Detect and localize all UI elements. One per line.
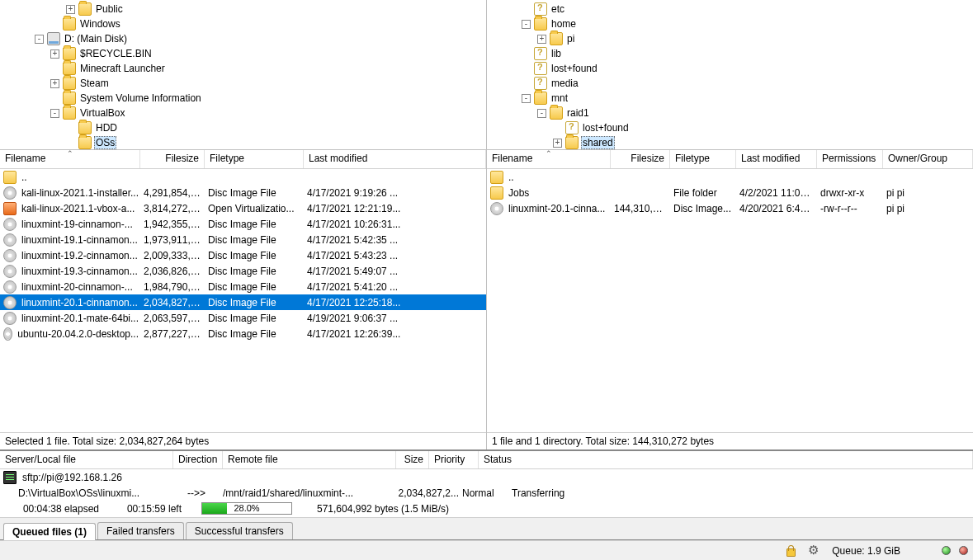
col-filetype[interactable]: Filetype bbox=[205, 150, 304, 168]
remote-directory-tree[interactable]: etc-home+piliblost+foundmedia-mnt-raid1l… bbox=[487, 0, 973, 149]
file-row[interactable]: linuxmint-19-cinnamon-...1,942,355,9...D… bbox=[0, 216, 486, 232]
file-row[interactable]: JobsFile folder4/2/2021 11:03:...drwxr-x… bbox=[487, 185, 973, 200]
tree-item[interactable]: -D: (Main Disk) bbox=[0, 31, 486, 46]
col-filename[interactable]: Filename bbox=[0, 150, 140, 168]
file-row[interactable]: linuxmint-20.1-cinnamon...2,034,827,2...… bbox=[0, 294, 486, 310]
qcol-size[interactable]: Size bbox=[396, 451, 429, 468]
tree-item[interactable]: Minecraft Launcher bbox=[0, 61, 486, 76]
tree-expander-icon[interactable]: - bbox=[522, 20, 531, 29]
tree-expander-icon[interactable]: - bbox=[35, 35, 44, 44]
col-filesize[interactable]: Filesize bbox=[140, 150, 205, 168]
queue-header[interactable]: Server/Local file Direction Remote file … bbox=[0, 451, 973, 469]
file-type: Disc Image File bbox=[208, 266, 307, 277]
tree-expander-icon[interactable]: - bbox=[522, 94, 531, 103]
tree-expander-icon[interactable]: + bbox=[50, 49, 59, 59]
file-size: 144,310,272 bbox=[614, 203, 673, 214]
tree-label: media bbox=[550, 77, 580, 90]
tree-item[interactable]: -VirtualBox bbox=[0, 106, 486, 120]
tree-item[interactable]: System Volume Information bbox=[0, 91, 486, 106]
folder-icon bbox=[63, 47, 76, 60]
tree-expander-icon[interactable]: + bbox=[66, 5, 75, 14]
file-row[interactable]: .. bbox=[0, 169, 486, 185]
tree-item[interactable]: -raid1 bbox=[487, 106, 973, 120]
col-permissions[interactable]: Permissions bbox=[817, 150, 883, 168]
queue-server-row[interactable]: sftp://pi@192.168.1.26 bbox=[0, 469, 973, 485]
queue-body[interactable]: sftp://pi@192.168.1.26 D:\VirtualBox\OSs… bbox=[0, 469, 973, 517]
file-row[interactable]: linuxmint-19.1-cinnamon...1,973,911,5...… bbox=[0, 232, 486, 247]
tree-item[interactable]: +shared bbox=[487, 135, 973, 149]
tree-item[interactable]: lib bbox=[487, 46, 973, 61]
local-list-header[interactable]: Filename Filesize Filetype Last modified bbox=[0, 150, 486, 169]
local-directory-tree[interactable]: +PublicWindows-D: (Main Disk)+$RECYCLE.B… bbox=[0, 0, 487, 149]
lock-icon[interactable] bbox=[784, 544, 797, 558]
file-size: 2,877,227,0... bbox=[144, 328, 208, 340]
file-name: linuxmint-20.1-cinnamon... bbox=[21, 297, 138, 308]
queue-item-row[interactable]: D:\VirtualBox\OSs\linuxmi... -->> /mnt/r… bbox=[0, 485, 973, 501]
queue-direction: -->> bbox=[173, 487, 223, 499]
tree-item[interactable]: +Public bbox=[0, 2, 486, 16]
qcol-localfile[interactable]: Server/Local file bbox=[0, 451, 173, 468]
file-type: Disc Image File bbox=[208, 219, 307, 230]
col-modified[interactable]: Last modified bbox=[304, 150, 486, 168]
tree-expander-icon[interactable]: - bbox=[50, 109, 59, 118]
file-size: 4,291,854,3... bbox=[144, 187, 208, 199]
tree-item[interactable]: media bbox=[487, 76, 973, 91]
folder-icon bbox=[550, 106, 563, 120]
col-filename[interactable]: Filename bbox=[487, 150, 611, 168]
tree-item[interactable]: Windows bbox=[0, 16, 486, 31]
tree-label: Minecraft Launcher bbox=[78, 62, 167, 75]
tab-successful-transfers[interactable]: Successful transfers bbox=[186, 522, 293, 539]
tree-expander-icon[interactable]: - bbox=[537, 109, 546, 118]
queue-size: 2,034,827,2... bbox=[396, 487, 462, 499]
file-row[interactable]: linuxmint-20.1-cinna...144,310,272Disc I… bbox=[487, 200, 973, 216]
gear-icon[interactable] bbox=[808, 544, 821, 558]
tree-item[interactable]: OSs bbox=[0, 135, 486, 149]
disc-image-icon bbox=[3, 233, 17, 247]
local-list-body[interactable]: ..kali-linux-2021.1-installer...4,291,85… bbox=[0, 169, 486, 432]
tree-label: OSs bbox=[94, 136, 116, 149]
tree-item[interactable]: -mnt bbox=[487, 91, 973, 106]
file-row[interactable]: kali-linux-2021.1-vbox-a...3,814,272,0..… bbox=[0, 200, 486, 216]
tree-item[interactable]: +$RECYCLE.BIN bbox=[0, 46, 486, 61]
unknown-icon bbox=[534, 2, 547, 16]
tree-expander-icon[interactable]: + bbox=[50, 79, 59, 88]
qcol-remotefile[interactable]: Remote file bbox=[223, 451, 396, 468]
file-row[interactable]: linuxmint-20.1-mate-64bi...2,063,597,5..… bbox=[0, 310, 486, 326]
file-row[interactable]: linuxmint-19.2-cinnamon...2,009,333,7...… bbox=[0, 247, 486, 263]
qcol-direction[interactable]: Direction bbox=[173, 451, 223, 468]
file-row[interactable]: linuxmint-20-cinnamon-...1,984,790,5...D… bbox=[0, 279, 486, 294]
file-name: linuxmint-19-cinnamon-... bbox=[21, 219, 133, 230]
file-mod: 4/19/2021 9:06:37 ... bbox=[307, 313, 486, 324]
col-modified[interactable]: Last modified bbox=[736, 150, 817, 168]
file-row[interactable]: ubuntu-20.04.2.0-desktop...2,877,227,0..… bbox=[0, 326, 486, 341]
remote-list-body[interactable]: ..JobsFile folder4/2/2021 11:03:...drwxr… bbox=[487, 169, 973, 432]
tree-label: mnt bbox=[550, 92, 569, 105]
file-mod: 4/17/2021 12:26:39... bbox=[307, 328, 486, 340]
tree-item[interactable]: etc bbox=[487, 2, 973, 16]
tree-item[interactable]: lost+found bbox=[487, 61, 973, 76]
qcol-priority[interactable]: Priority bbox=[429, 451, 479, 468]
file-row[interactable]: linuxmint-19.3-cinnamon...2,036,826,1...… bbox=[0, 263, 486, 279]
file-row[interactable]: .. bbox=[487, 169, 973, 185]
tree-item[interactable]: +Steam bbox=[0, 76, 486, 91]
tab-failed-transfers[interactable]: Failed transfers bbox=[97, 522, 184, 539]
qcol-status[interactable]: Status bbox=[479, 451, 973, 468]
tree-item[interactable]: -home bbox=[487, 16, 973, 31]
tab-queued-files[interactable]: Queued files (1) bbox=[3, 523, 96, 540]
file-row[interactable]: kali-linux-2021.1-installer...4,291,854,… bbox=[0, 185, 486, 200]
disk-icon bbox=[47, 32, 60, 45]
tree-item[interactable]: lost+found bbox=[487, 120, 973, 135]
folder-icon bbox=[63, 77, 76, 90]
file-size: 2,063,597,5... bbox=[144, 313, 208, 324]
folder-icon bbox=[63, 17, 76, 31]
file-name: kali-linux-2021.1-installer... bbox=[21, 187, 139, 199]
file-name: kali-linux-2021.1-vbox-a... bbox=[21, 203, 135, 214]
col-filetype[interactable]: Filetype bbox=[670, 150, 736, 168]
remote-list-header[interactable]: Filename Filesize Filetype Last modified… bbox=[487, 150, 973, 169]
tree-item[interactable]: HDD bbox=[0, 120, 486, 135]
tree-expander-icon[interactable]: + bbox=[537, 35, 546, 44]
col-filesize[interactable]: Filesize bbox=[611, 150, 670, 168]
tree-item[interactable]: +pi bbox=[487, 31, 973, 46]
col-owner[interactable]: Owner/Group bbox=[883, 150, 973, 168]
tree-expander-icon[interactable]: + bbox=[553, 139, 562, 148]
